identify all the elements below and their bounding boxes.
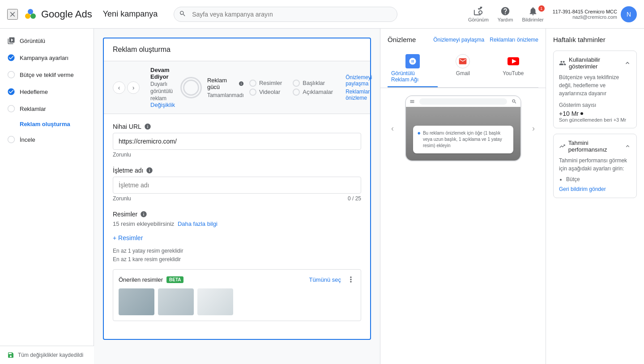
images-help-icon[interactable] (140, 211, 147, 218)
sidebar-item-inceleitem[interactable]: İncele (0, 131, 90, 148)
add-images-button[interactable]: + Resimler (113, 231, 143, 245)
phone-address-bar (419, 98, 507, 105)
user-avatar[interactable]: N (621, 6, 637, 22)
available-title: Kullanılabilir gösterimler (559, 56, 624, 70)
gorunum-label: Görünüm (468, 17, 489, 22)
business-name-input[interactable] (113, 177, 361, 194)
feedback-link[interactable]: Geri bildirim gönder (559, 186, 631, 192)
tab-youtube[interactable]: YouTube (488, 49, 538, 87)
url-input[interactable] (113, 133, 361, 150)
business-name-help-icon[interactable] (146, 167, 153, 174)
share-preview-link[interactable]: Önizlemeyi paylaşma (345, 74, 372, 87)
url-required: Zorunlu (113, 152, 131, 158)
available-header: Kullanılabilir gösterimler (559, 56, 631, 70)
image-thumb-3[interactable] (197, 288, 233, 315)
preview-links: Önizlemeyi paylaşma Reklamları önizleme (345, 74, 372, 101)
sidebar-item-hedeflemeitem[interactable]: Hedefleme (0, 83, 90, 100)
image-thumb-2[interactable] (158, 288, 194, 315)
collapse-icon[interactable] (624, 59, 631, 67)
svg-point-3 (8, 72, 15, 78)
sidebar-label-hedeflemeitem: Hedefleme (20, 89, 48, 95)
business-name-label: İşletme adı (113, 167, 361, 174)
close-button[interactable] (7, 9, 18, 20)
google-ads-logo-icon (23, 7, 38, 21)
sidebar-item-kampanyaitem[interactable]: Kampanya ayarları (0, 49, 90, 66)
bildirimler-button[interactable]: 1 Bildirimler (522, 6, 543, 22)
search-input[interactable] (174, 7, 397, 22)
sidebar-item-butceitem[interactable]: Bütçe ve teklif verme (0, 66, 90, 83)
sidebar-label-reklamolusturmaitem: Reklam oluşturma (20, 121, 70, 127)
tab-gmail[interactable]: Gmail (438, 49, 488, 87)
image-requirements: En az 1 yatay resim gereklidir En az 1 k… (113, 247, 361, 264)
sidebar-label-reklamlaritem: Reklamlar (20, 106, 46, 112)
yardim-button[interactable]: Yardım (498, 6, 513, 22)
logo-area: Google Ads (23, 7, 92, 21)
performance-title: Tahmini performansınız (559, 140, 624, 153)
nav-icons: Görünüm Yardım 1 Bildirimler 117-391-841… (468, 6, 637, 22)
user-info-area: 117-391-8415 Cremicro MCC nazli@cremicro… (553, 6, 637, 22)
sidebar: Görüntülü Kampanya ayarları Bütçe ve tek… (0, 29, 94, 364)
yardim-label: Yardım (498, 17, 513, 22)
tab-youtube-label: YouTube (503, 70, 524, 76)
app-body: Görüntülü Kampanya ayarları Bütçe ve tek… (0, 29, 644, 364)
left-form: Reklam oluşturma ‹ › Devam Ediyor Duyarl… (94, 29, 380, 364)
tab-gdn[interactable]: Görüntülü Reklam Ağı (388, 49, 438, 87)
more-icon[interactable] (346, 275, 355, 284)
user-text: 117-391-8415 Cremicro MCC nazli@cremicro… (553, 9, 617, 20)
phone-next-arrow[interactable]: › (532, 124, 535, 133)
url-help-icon[interactable] (144, 123, 151, 130)
panel-header: Reklam oluşturma (104, 38, 370, 61)
business-name-form-group: İşletme adı Zorunlu 0 / 25 (113, 167, 361, 202)
select-all-link[interactable]: Tümünü seç (309, 276, 341, 283)
panel-title: Reklam oluşturma (113, 46, 171, 53)
sidebar-item-reklamlaritem[interactable]: Reklamlar (0, 100, 90, 117)
learn-more-link[interactable]: Daha fazla bilgi (178, 220, 218, 227)
footer-label: Tüm değişiklikler kaydedildi (18, 352, 83, 358)
network-tabs: Görüntülü Reklam Ağı Gmail YouTube (388, 49, 538, 88)
tab-gmail-label: Gmail (456, 70, 470, 76)
performance-list: Bütçe (559, 176, 631, 182)
people-icon (559, 59, 566, 67)
phone-mockup: Bu reklamı önizlemek için öğe (1 başlık … (405, 95, 521, 161)
tab-gdn-label: Görüntülü Reklam Ağı (391, 70, 434, 83)
next-arrow[interactable]: › (127, 81, 140, 94)
change-link[interactable]: Değişiklik (150, 102, 175, 108)
gmail-icon (456, 54, 470, 68)
phone-prev-arrow[interactable]: ‹ (391, 124, 394, 133)
image-thumb-1[interactable] (119, 288, 154, 315)
business-required: Zorunlu (113, 195, 131, 202)
progress-nav: ‹ › (113, 81, 140, 94)
check-basliklar: Başlıklar (293, 80, 333, 87)
weekly-title: Haftalık tahminler (553, 36, 637, 43)
sidebar-item-reklamolusturmaitem[interactable]: Reklam oluşturma (0, 117, 94, 131)
images-label: Resimler (113, 211, 361, 218)
available-desc: Bütçenize veya teklifinize değil, hedefl… (559, 73, 631, 97)
sidebar-item-goruntuluitem[interactable]: Görüntülü (0, 32, 90, 49)
checklist: Resimler Videolar Başlıklar (249, 80, 333, 96)
strength-info: Reklam gücü Tamamlanmadı (207, 77, 244, 98)
radio-resimler (249, 80, 256, 87)
phone-nav: ‹ Bu reklamı ö (388, 95, 538, 161)
ads-preview-link-top[interactable]: Reklamları önizleme (490, 37, 538, 43)
preview-title-row: Önizleme Önizlemeyi paylaşma Reklamları … (388, 36, 538, 43)
stat-label: Gösterim sayısı (559, 102, 631, 108)
prev-arrow[interactable]: ‹ (113, 81, 125, 94)
image-req-1: En az 1 yatay resim gereklidir (113, 247, 361, 255)
chart-icon (559, 143, 566, 150)
collapse-performance-icon[interactable] (624, 143, 631, 150)
preview-title: Önizleme (388, 36, 416, 43)
ad-strength-inner (183, 80, 199, 96)
image-req-2: En az 1 kare resim gereklidir (113, 255, 361, 264)
panel-body: Nihai URL Zorunlu İşletme adı (104, 114, 370, 339)
youtube-icon (506, 54, 520, 68)
preview-ads-link[interactable]: Reklamları önizleme (345, 89, 372, 101)
content-wrapper: Reklam oluşturma ‹ › Devam Ediyor Duyarl… (94, 29, 644, 364)
form-panel: Reklam oluşturma ‹ › Devam Ediyor Duyarl… (103, 38, 371, 340)
sidebar-label-kampanyaitem: Kampanya ayarları (20, 55, 68, 61)
bildirimler-label: Bildirimler (522, 17, 543, 22)
gorunum-button[interactable]: Görünüm (468, 6, 489, 22)
share-preview-link-top[interactable]: Önizlemeyi paylaşma (433, 37, 484, 43)
ad-strength-circle (180, 77, 202, 98)
search-icon (179, 10, 186, 18)
user-phone: 117-391-8415 Cremicro MCC (553, 9, 617, 14)
